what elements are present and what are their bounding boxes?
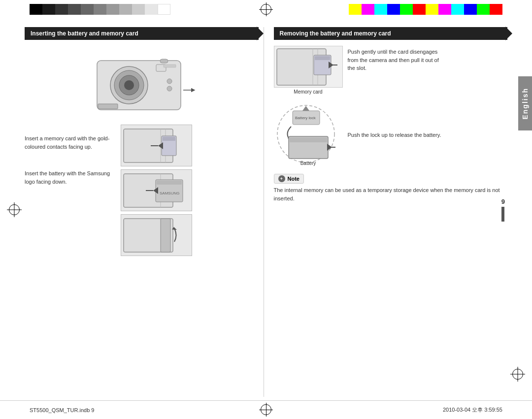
battery-desc: Push the lock up to release the battery. <box>348 129 441 139</box>
black-strip-left <box>30 4 170 15</box>
svg-text:SAMSUNG: SAMSUNG <box>160 191 179 195</box>
svg-rect-7 <box>164 64 176 67</box>
right-section: Removing the battery and memory card <box>264 27 508 397</box>
svg-rect-31 <box>161 219 170 252</box>
memory-card-diagram-area: Memory card <box>274 46 343 95</box>
note-section: + Note The internal memory can be used a… <box>274 173 508 202</box>
remove-header-text: Removing the battery and memory card <box>280 30 391 37</box>
slot-diagrams: SAMSUNG <box>121 125 192 256</box>
english-language-tab: English <box>518 76 532 130</box>
battery-removal-row: Battery lock Battery <box>274 102 508 166</box>
battery-diagram-area: Battery lock Battery <box>274 102 343 166</box>
svg-rect-6 <box>160 59 168 63</box>
footer-bar: ST5500_QSM_TUR.indb 9 2010-03-04 오후 3:59… <box>0 400 532 419</box>
insert-header-text: Inserting the battery and memory card <box>31 30 138 37</box>
cover-close-diagram <box>121 214 192 256</box>
memory-card-slot-diagram <box>121 125 192 166</box>
svg-point-9 <box>167 86 172 91</box>
insert-section-header: Inserting the battery and memory card <box>25 27 259 40</box>
english-tab-label: English <box>521 88 529 120</box>
left-section: Inserting the battery and memory card <box>25 27 264 397</box>
memory-card-label: Memory card <box>294 89 322 95</box>
main-content: Inserting the battery and memory card <box>25 27 507 397</box>
svg-text:Battery lock: Battery lock <box>295 116 316 120</box>
battery-lock-area: Battery lock Battery <box>274 102 343 166</box>
footer-right-text: 2010-03-04 오후 3:59:55 <box>443 406 502 414</box>
memory-card-desc: Push gently until the card disengages fr… <box>348 46 446 72</box>
battery-label: Battery <box>300 161 316 166</box>
memory-card-removal-diagram <box>274 46 343 88</box>
memory-card-removal-row: Memory card Push gently until the card d… <box>274 46 508 95</box>
registration-mark-bottom <box>261 404 271 415</box>
camera-svg <box>87 46 196 120</box>
note-label-area: + Note <box>274 174 304 184</box>
battery-lock-circle-svg: Battery lock <box>274 102 343 166</box>
instruction-text-2: Insert the battery with the Samsung logo… <box>25 169 113 186</box>
instruction-texts: Insert a memory card with the gold-colou… <box>25 125 113 190</box>
note-text: The internal memory can be used as a tem… <box>274 186 508 202</box>
svg-point-4 <box>124 80 134 90</box>
footer-left-text: ST5500_QSM_TUR.indb 9 <box>30 407 94 413</box>
registration-mark-left <box>9 204 20 215</box>
camera-illustration-area <box>25 46 259 120</box>
header-arrow <box>257 27 264 40</box>
note-label-text: Note <box>288 176 299 182</box>
battery-slot-diagram: SAMSUNG <box>121 169 192 211</box>
remove-section-header: Removing the battery and memory card <box>274 27 508 40</box>
instruction-text-1: Insert a memory card with the gold-colou… <box>25 134 113 151</box>
remove-header-arrow <box>505 27 512 40</box>
color-strip-right <box>349 4 502 15</box>
svg-rect-10 <box>98 104 118 109</box>
svg-rect-38 <box>315 56 330 60</box>
left-instructions-area: Insert a memory card with the gold-colou… <box>25 125 259 256</box>
svg-rect-47 <box>290 137 327 142</box>
registration-mark-top <box>261 4 271 15</box>
svg-rect-18 <box>163 137 175 141</box>
note-icon: + <box>278 175 285 182</box>
svg-marker-44 <box>302 106 309 111</box>
registration-mark-right <box>512 369 523 380</box>
svg-rect-25 <box>157 181 182 185</box>
top-color-bar <box>0 0 532 19</box>
svg-point-8 <box>167 79 172 84</box>
